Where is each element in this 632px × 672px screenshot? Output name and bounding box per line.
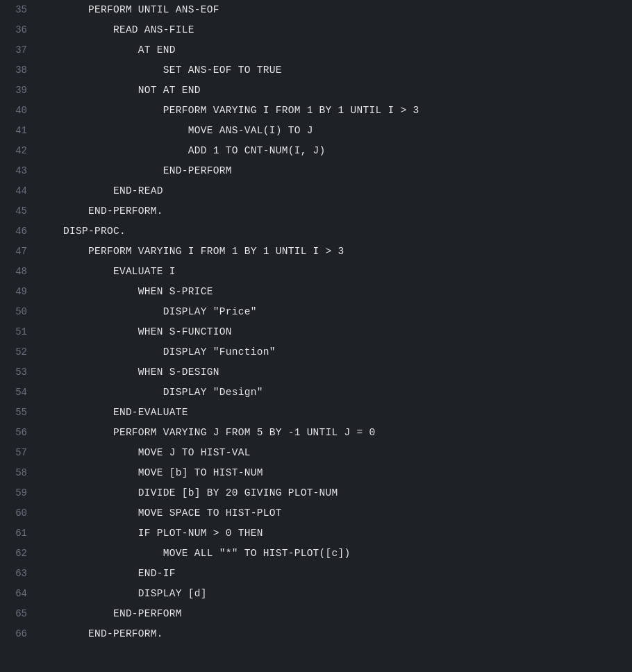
line-content: NOT AT END <box>38 81 201 101</box>
line-content: END-READ <box>38 181 163 201</box>
line-number: 60 <box>0 503 38 523</box>
line-content: MOVE ANS-VAL(I) TO J <box>38 121 313 141</box>
line-content: READ ANS-FILE <box>38 20 194 40</box>
line-content: DISPLAY "Price" <box>38 302 257 322</box>
line-content: DISPLAY "Function" <box>38 342 276 362</box>
table-row: 41 MOVE ANS-VAL(I) TO J <box>0 121 632 141</box>
line-content: WHEN S-FUNCTION <box>38 322 232 342</box>
table-row: 35 PERFORM UNTIL ANS-EOF <box>0 0 632 20</box>
table-row: 45 END-PERFORM. <box>0 201 632 221</box>
line-content: PERFORM VARYING I FROM 1 BY 1 UNTIL I > … <box>38 101 419 121</box>
line-number: 47 <box>0 242 38 262</box>
line-content: MOVE ALL "*" TO HIST-PLOT([c]) <box>38 544 351 564</box>
line-number: 58 <box>0 463 38 483</box>
line-content: DISP-PROC. <box>38 221 126 242</box>
line-content: PERFORM UNTIL ANS-EOF <box>38 0 219 20</box>
table-row: 61 IF PLOT-NUM > 0 THEN <box>0 523 632 544</box>
table-row: 56 PERFORM VARYING J FROM 5 BY -1 UNTIL … <box>0 423 632 443</box>
table-row: 48 EVALUATE I <box>0 262 632 282</box>
table-row: 63 END-IF <box>0 564 632 584</box>
line-number: 46 <box>0 221 38 242</box>
table-row: 60 MOVE SPACE TO HIST-PLOT <box>0 503 632 523</box>
table-row: 65 END-PERFORM <box>0 604 632 624</box>
table-row: 40 PERFORM VARYING I FROM 1 BY 1 UNTIL I… <box>0 101 632 121</box>
table-row: 43 END-PERFORM <box>0 161 632 181</box>
table-row: 57 MOVE J TO HIST-VAL <box>0 443 632 463</box>
line-number: 36 <box>0 20 38 40</box>
table-row: 54 DISPLAY "Design" <box>0 383 632 403</box>
table-row: 36 READ ANS-FILE <box>0 20 632 40</box>
line-number: 65 <box>0 604 38 624</box>
line-content: END-PERFORM. <box>38 624 163 644</box>
table-row: 53 WHEN S-DESIGN <box>0 362 632 383</box>
table-row: 62 MOVE ALL "*" TO HIST-PLOT([c]) <box>0 544 632 564</box>
line-number: 38 <box>0 60 38 81</box>
line-number: 59 <box>0 483 38 503</box>
line-content: ADD 1 TO CNT-NUM(I, J) <box>38 141 326 161</box>
line-number: 61 <box>0 523 38 544</box>
line-number: 64 <box>0 584 38 604</box>
line-content: DISPLAY "Design" <box>38 383 263 403</box>
line-number: 56 <box>0 423 38 443</box>
line-number: 40 <box>0 101 38 121</box>
table-row: 42 ADD 1 TO CNT-NUM(I, J) <box>0 141 632 161</box>
table-row: 49 WHEN S-PRICE <box>0 282 632 302</box>
line-number: 62 <box>0 544 38 564</box>
line-content: MOVE J TO HIST-VAL <box>38 443 251 463</box>
line-number: 49 <box>0 282 38 302</box>
table-row: 52 DISPLAY "Function" <box>0 342 632 362</box>
table-row: 44 END-READ <box>0 181 632 201</box>
line-number: 55 <box>0 403 38 423</box>
table-row: 64 DISPLAY [d] <box>0 584 632 604</box>
line-content: MOVE [b] TO HIST-NUM <box>38 463 263 483</box>
line-number: 50 <box>0 302 38 322</box>
table-row: 58 MOVE [b] TO HIST-NUM <box>0 463 632 483</box>
line-content: AT END <box>38 40 176 60</box>
line-content: PERFORM VARYING J FROM 5 BY -1 UNTIL J =… <box>38 423 376 443</box>
table-row: 59 DIVIDE [b] BY 20 GIVING PLOT-NUM <box>0 483 632 503</box>
line-content: EVALUATE I <box>38 262 176 282</box>
table-row: 39 NOT AT END <box>0 81 632 101</box>
line-number: 35 <box>0 0 38 20</box>
line-content: PERFORM VARYING I FROM 1 BY 1 UNTIL I > … <box>38 242 344 262</box>
line-content: WHEN S-PRICE <box>38 282 213 302</box>
table-row: 51 WHEN S-FUNCTION <box>0 322 632 342</box>
line-content: DISPLAY [d] <box>38 584 207 604</box>
table-row: 46 DISP-PROC. <box>0 221 632 242</box>
table-row: 50 DISPLAY "Price" <box>0 302 632 322</box>
line-content: IF PLOT-NUM > 0 THEN <box>38 523 263 544</box>
line-content: SET ANS-EOF TO TRUE <box>38 60 282 81</box>
line-number: 42 <box>0 141 38 161</box>
line-content: DIVIDE [b] BY 20 GIVING PLOT-NUM <box>38 483 338 503</box>
line-number: 54 <box>0 383 38 403</box>
line-number: 44 <box>0 181 38 201</box>
table-row: 66 END-PERFORM. <box>0 624 632 644</box>
code-editor: 35 PERFORM UNTIL ANS-EOF36 READ ANS-FILE… <box>0 0 632 644</box>
line-number: 57 <box>0 443 38 463</box>
line-content: WHEN S-DESIGN <box>38 362 219 383</box>
line-number: 45 <box>0 201 38 221</box>
table-row: 55 END-EVALUATE <box>0 403 632 423</box>
table-row: 37 AT END <box>0 40 632 60</box>
line-number: 43 <box>0 161 38 181</box>
line-number: 37 <box>0 40 38 60</box>
line-content: MOVE SPACE TO HIST-PLOT <box>38 503 282 523</box>
line-content: END-EVALUATE <box>38 403 188 423</box>
line-number: 52 <box>0 342 38 362</box>
table-row: 47 PERFORM VARYING I FROM 1 BY 1 UNTIL I… <box>0 242 632 262</box>
line-number: 39 <box>0 81 38 101</box>
line-number: 63 <box>0 564 38 584</box>
line-number: 53 <box>0 362 38 383</box>
line-content: END-PERFORM. <box>38 201 163 221</box>
line-content: END-PERFORM <box>38 161 232 181</box>
line-content: END-PERFORM <box>38 604 182 624</box>
line-number: 51 <box>0 322 38 342</box>
line-content: END-IF <box>38 564 176 584</box>
line-number: 48 <box>0 262 38 282</box>
line-number: 41 <box>0 121 38 141</box>
line-number: 66 <box>0 624 38 644</box>
table-row: 38 SET ANS-EOF TO TRUE <box>0 60 632 81</box>
